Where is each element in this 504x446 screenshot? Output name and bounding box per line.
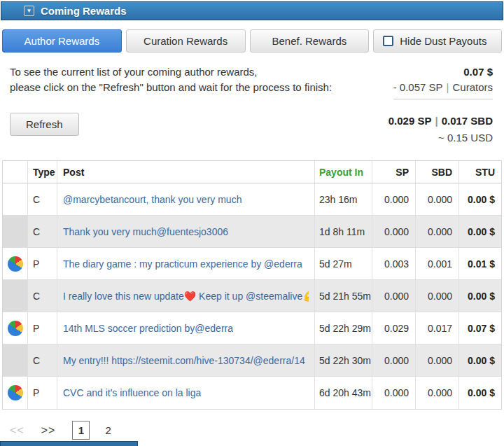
curators-label: Curators [452,81,493,93]
row-type: C [28,344,57,376]
pending-total-block: 0.07 $ - 0.057 SP|Curators [393,64,493,99]
table-row: C Thank you very much@fuentesjo3006 1d 8… [3,216,501,248]
panel-header[interactable]: ▼ Coming Rewards [1,1,503,20]
info-line-1: To see the current list of your coming a… [10,64,332,80]
post-type-icon-cell [3,344,28,376]
total-usd-approx: ~ 0.15 USD [388,132,493,144]
payout-in-cell: 5d 22h 30m [315,344,372,376]
post-cell: @marcybetancourt, thank you very much [57,183,315,215]
sp-sbd-totals: 0.029 SP|0.017 SBD [388,113,493,127]
header-sbd: SBD [416,161,459,183]
next-panel-header-partial [0,441,138,446]
post-link[interactable]: @marcybetancourt, thank you very much [63,194,241,205]
table-row: P The diary game : my practicum experien… [3,248,501,280]
pagination-pages: 12 [72,421,111,440]
post-cell: 14th MLS soccer prediction by@ederra [57,312,315,344]
tab-benef-rewards[interactable]: Benef. Rewards [250,29,370,53]
row-type: P [28,377,57,409]
sp-cell: 0.000 [372,344,416,376]
total-sbd: 0.017 SBD [442,115,493,127]
post-type-icon-cell [3,248,28,279]
post-cell: The diary game : my practicum experience… [57,248,315,279]
pie-chart-icon [8,385,23,400]
sbd-cell: 0.000 [416,344,459,376]
post-type-icon-cell [3,377,28,409]
sbd-cell: 0.017 [416,312,459,344]
pagination-page-2[interactable]: 2 [105,424,111,436]
pending-sp-curators: - 0.057 SP|Curators [393,80,493,99]
sp-cell: 0.000 [372,377,416,409]
header-stu: STU [459,161,501,183]
post-type-icon-cell [3,312,28,344]
post-cell: CVC and it's influence on la liga [57,377,315,409]
refresh-button[interactable]: Refresh [10,113,79,136]
post-type-icon-cell [3,216,28,247]
table-row: P 14th MLS soccer prediction by@ederra 5… [3,312,501,344]
tab-bar: Author Rewards Curation Rewards Benef. R… [2,29,502,53]
pagination-next-button[interactable]: >> [41,424,56,437]
hide-dust-payouts-toggle[interactable]: Hide Dust Payouts [373,29,502,53]
post-link[interactable]: My entry!!! https://steemit.com/hive-130… [63,355,305,366]
stu-cell: 0.00 $ [459,216,501,247]
pagination-page-1[interactable]: 1 [72,421,90,440]
post-link[interactable]: 14th MLS soccer prediction by@ederra [63,323,233,334]
payout-in-cell: 5d 27m [315,248,372,279]
payout-in-cell: 1d 8h 11m [315,216,372,247]
header-type: Type [28,161,57,183]
sp-cell: 0.029 [372,312,416,344]
sbd-cell: 0.000 [416,216,459,247]
pagination: << >> 12 [10,421,504,440]
payout-in-cell: 6d 20h 43m [315,377,372,409]
info-line-2: please click on the "Refresh" button and… [10,80,332,95]
tab-curation-rewards[interactable]: Curation Rewards [126,29,246,53]
payout-in-cell: 23h 16m [315,183,372,215]
stu-cell: 0.07 $ [459,312,501,344]
stu-cell: 0.00 $ [459,377,501,409]
sp-cell: 0.000 [372,183,416,215]
pagination-first-button[interactable]: << [10,424,24,437]
table-row: P CVC and it's influence on la liga 6d 2… [3,377,501,409]
pie-chart-icon [8,256,23,272]
post-type-icon-cell [3,183,28,215]
post-type-icon-cell [3,280,28,312]
separator-pipe: | [443,81,453,93]
info-section: To see the current list of your coming a… [10,64,493,99]
table-header-row: Type Post Payout In SP SBD STU [3,161,501,183]
panel-title: Coming Rewards [41,5,127,17]
sp-cell: 0.000 [372,216,416,247]
sp-deduction: - 0.057 SP [393,81,443,93]
hide-dust-checkbox[interactable] [383,36,393,46]
tab-author-rewards[interactable]: Author Rewards [2,29,122,53]
separator-pipe: | [431,115,441,127]
sbd-cell: 0.000 [416,280,459,312]
rewards-table: Type Post Payout In SP SBD STU C @marcyb… [2,160,502,410]
post-link[interactable]: CVC and it's influence on la liga [63,387,201,398]
row-type: P [28,312,57,344]
header-payout-in: Payout In [315,161,372,183]
sp-cell: 0.000 [372,280,416,312]
sbd-cell: 0.000 [416,183,459,215]
row-type: P [28,248,57,279]
rewards-totals-block: 0.029 SP|0.017 SBD ~ 0.15 USD [388,113,493,144]
post-cell: Thank you very much@fuentesjo3006 [57,216,315,247]
table-row: C I really love this new update❤️ Keep i… [3,280,501,312]
sp-cell: 0.003 [372,248,416,279]
stu-cell: 0.01 $ [459,248,501,279]
collapse-icon[interactable]: ▼ [24,6,34,16]
post-link[interactable]: I really love this new update❤️ Keep it … [63,291,309,302]
table-row: C @marcybetancourt, thank you very much … [3,183,501,216]
post-link[interactable]: Thank you very much@fuentesjo3006 [63,226,228,237]
sbd-cell: 0.001 [416,248,459,279]
refresh-section: Refresh 0.029 SP|0.017 SBD ~ 0.15 USD [10,113,493,144]
header-icon-col [3,161,28,183]
info-text: To see the current list of your coming a… [10,64,332,99]
sbd-cell: 0.000 [416,377,459,409]
stu-cell: 0.00 $ [459,280,501,312]
header-post: Post [57,161,315,183]
table-row: C My entry!!! https://steemit.com/hive-1… [3,344,501,377]
post-link[interactable]: The diary game : my practicum experience… [63,258,302,270]
pending-total-usd: 0.07 $ [393,64,493,80]
stu-cell: 0.00 $ [459,183,501,215]
row-type: C [28,183,57,215]
row-type: C [28,216,57,247]
